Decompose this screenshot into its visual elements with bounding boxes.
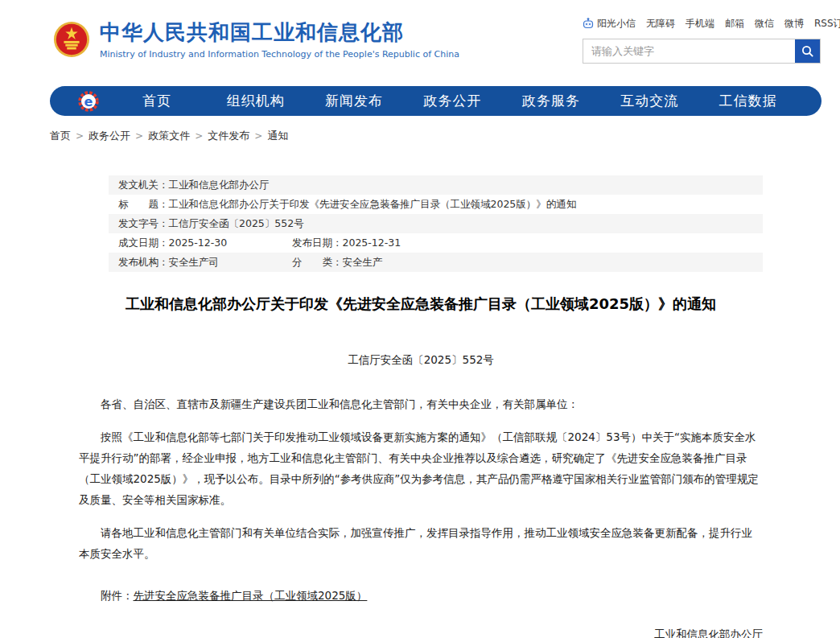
- meta-row-doc-number: 发文字号：工信厅安全函〔2025〕552号: [109, 214, 763, 233]
- meta-label: 发文机关：: [118, 179, 169, 191]
- site-header: 中华人民共和国工业和信息化部 Ministry of Industry and …: [0, 0, 840, 86]
- breadcrumb-policy-files[interactable]: 政策文件: [148, 130, 190, 142]
- body-paragraph-1: 按照《工业和信息化部等七部门关于印发推动工业领域设备更新实施方案的通知》（工信部…: [79, 426, 763, 510]
- breadcrumb-separator: >: [254, 130, 262, 142]
- attachment-line: 附件：先进安全应急装备推广目录（工业领域2025版）: [79, 585, 763, 606]
- nav-item-gov-services[interactable]: 政务服务: [502, 92, 600, 110]
- meta-label: 发布机构：: [118, 256, 169, 268]
- breadcrumb-notice[interactable]: 通知: [267, 130, 288, 142]
- breadcrumb-separator: >: [135, 130, 143, 142]
- document-area: 发文机关：工业和信息化部办公厅 标 题：工业和信息化部办公厅关于印发《先进安全应…: [79, 175, 763, 638]
- nav-item-home[interactable]: 首页: [108, 92, 206, 110]
- nav-item-gov-disclosure[interactable]: 政务公开: [403, 92, 501, 110]
- search-bar: [583, 39, 821, 64]
- utility-link-rss[interactable]: RSS订阅: [814, 17, 840, 31]
- utility-links: 阳光小信 无障碍 手机端 邮箱 微信 微博 RSS订阅: [583, 17, 840, 31]
- mascot-icon: [583, 18, 594, 31]
- attachment-label: 附件：: [101, 589, 134, 602]
- meta-row-publisher: 发布机构：安全生产司 分 类：安全生产: [109, 253, 763, 272]
- meta-label: 发文字号：: [118, 217, 169, 229]
- breadcrumb-separator: >: [195, 130, 203, 142]
- meta-value: 安全生产: [342, 256, 382, 268]
- meta-value: 工业和信息化部办公厅: [169, 179, 270, 191]
- salutation: 各省、自治区、直辖市及新疆生产建设兵团工业和信息化主管部门，有关中央企业，有关部…: [79, 393, 763, 414]
- breadcrumb-file-release[interactable]: 文件发布: [208, 130, 249, 142]
- utility-link-weibo[interactable]: 微博: [784, 17, 804, 31]
- meta-value: 2025-12-30: [169, 237, 228, 249]
- meta-row-issuing-agency: 发文机关：工业和信息化部办公厅: [109, 175, 763, 195]
- site-subtitle: Ministry of Industry and Information Tec…: [100, 49, 459, 60]
- document-number: 工信厅安全函〔2025〕552号: [79, 353, 763, 368]
- document-body: 各省、自治区、直辖市及新疆生产建设兵团工业和信息化主管部门，有关中央企业，有关部…: [79, 393, 763, 564]
- utility-link-mail[interactable]: 邮箱: [725, 17, 744, 31]
- breadcrumb: 首页>政务公开>政策文件>文件发布>通知: [50, 129, 288, 143]
- main-nav: e 首页 组织机构 新闻发布 政务公开 政务服务 互动交流 工信数据: [50, 86, 821, 116]
- nav-item-organization[interactable]: 组织机构: [206, 92, 304, 110]
- utility-link-wechat[interactable]: 微信: [755, 17, 774, 31]
- breadcrumb-separator: >: [76, 130, 84, 142]
- breadcrumb-home[interactable]: 首页: [50, 130, 71, 142]
- search-icon: [801, 45, 814, 58]
- nav-item-news[interactable]: 新闻发布: [305, 92, 403, 110]
- search-input[interactable]: [583, 39, 795, 63]
- signature-block: 工业和信息化部办公厅 2025年12月30日: [79, 624, 763, 638]
- document-title: 工业和信息化部办公厅关于印发《先进安全应急装备推广目录（工业领域2025版）》的…: [79, 294, 763, 315]
- breadcrumb-gov-disclosure[interactable]: 政务公开: [89, 130, 130, 142]
- meta-value: 工业和信息化部办公厅关于印发《先进安全应急装备推广目录（工业领域2025版）》的…: [169, 198, 577, 210]
- national-emblem-icon: [53, 21, 90, 58]
- meta-label: 分 类：: [292, 256, 343, 268]
- search-button[interactable]: [795, 39, 820, 63]
- nav-item-miit-data[interactable]: 工信数据: [699, 92, 797, 110]
- miit-logo-icon: e: [77, 90, 100, 113]
- utility-link-mobile[interactable]: 手机端: [686, 17, 714, 31]
- site-logo-area[interactable]: 中华人民共和国工业和信息化部 Ministry of Industry and …: [53, 19, 459, 60]
- meta-label: 成文日期：: [118, 237, 169, 249]
- meta-label: 发布日期：: [292, 237, 343, 249]
- meta-row-dates: 成文日期：2025-12-30 发布日期：2025-12-31: [109, 233, 763, 253]
- utility-link-sunshine[interactable]: 阳光小信: [597, 17, 636, 31]
- meta-row-title: 标 题：工业和信息化部办公厅关于印发《先进安全应急装备推广目录（工业领域2025…: [109, 195, 763, 214]
- meta-value: 安全生产司: [169, 256, 220, 268]
- meta-value: 工信厅安全函〔2025〕552号: [169, 217, 304, 229]
- site-title: 中华人民共和国工业和信息化部: [100, 19, 459, 46]
- meta-value: 2025-12-31: [342, 237, 401, 249]
- meta-label: 标 题：: [118, 198, 169, 210]
- nav-items: 首页 组织机构 新闻发布 政务公开 政务服务 互动交流 工信数据: [108, 92, 797, 110]
- body-paragraph-2: 请各地工业和信息化主管部门和有关单位结合实际，加强宣传推广，发挥目录指导作用，推…: [79, 522, 763, 564]
- utility-link-accessibility[interactable]: 无障碍: [646, 17, 675, 31]
- signer: 工业和信息化部办公厅: [79, 624, 763, 638]
- document-meta-table: 发文机关：工业和信息化部办公厅 标 题：工业和信息化部办公厅关于印发《先进安全应…: [109, 175, 763, 272]
- nav-item-interaction[interactable]: 互动交流: [600, 92, 698, 110]
- attachment-link[interactable]: 先进安全应急装备推广目录（工业领域2025版）: [134, 589, 368, 602]
- svg-text:e: e: [84, 94, 93, 109]
